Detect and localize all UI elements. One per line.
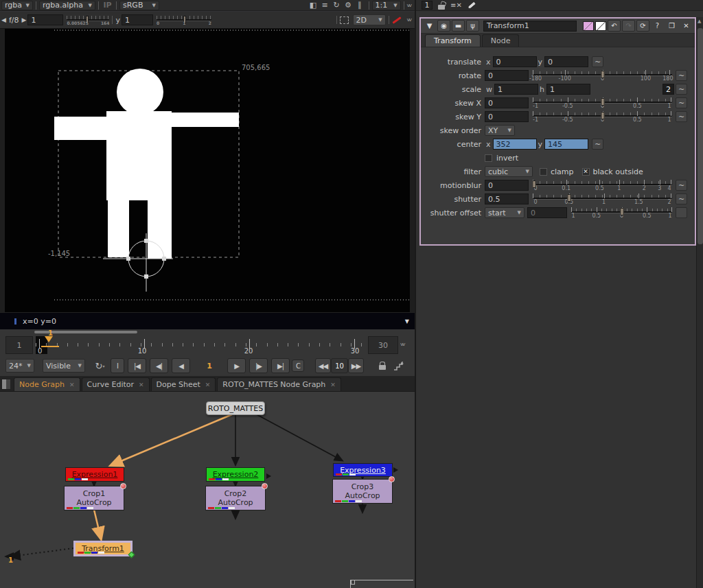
rotate-input[interactable]: 0 bbox=[485, 70, 529, 81]
viewer-canvas[interactable]: 705,665 -1,145 bbox=[0, 29, 415, 312]
wrench-icon[interactable]: ψ bbox=[466, 20, 479, 32]
slider-handle[interactable] bbox=[620, 208, 623, 215]
chevron-down-icon[interactable]: ▼ bbox=[405, 318, 409, 325]
node-crop2[interactable]: Crop2 AutoCrop bbox=[205, 486, 266, 510]
close-icon[interactable]: ✕ bbox=[205, 381, 211, 388]
gamma-slider[interactable]: 0 1 2 bbox=[157, 14, 211, 25]
slider-handle[interactable] bbox=[601, 98, 604, 106]
frame-increment-input[interactable]: 10 bbox=[331, 358, 348, 373]
close-icon[interactable]: ✕ bbox=[69, 381, 75, 388]
timeline-display-icon[interactable] bbox=[393, 361, 405, 371]
frame-ruler[interactable]: 0 10 20 30 1 bbox=[36, 336, 365, 354]
animation-curve-button[interactable]: ~ bbox=[676, 193, 687, 204]
center-y-input[interactable]: 145 bbox=[544, 139, 588, 150]
goto-start-button[interactable]: |◀ bbox=[128, 358, 146, 373]
revert-icon[interactable]: ⟳ bbox=[636, 20, 649, 32]
skew-y-slider[interactable]: -1 -0.5 0 0.5 1 bbox=[533, 110, 672, 123]
filter-dropdown[interactable]: cubic▼ bbox=[485, 166, 533, 177]
gl-color-swatch[interactable] bbox=[595, 21, 606, 31]
tab-transform[interactable]: Transform bbox=[425, 34, 481, 47]
scale-h-input[interactable]: 1 bbox=[546, 84, 590, 95]
shutter-offset-dropdown[interactable]: start▼ bbox=[485, 207, 525, 218]
play-button[interactable]: ▶ bbox=[227, 358, 246, 373]
clamp-checkbox[interactable] bbox=[540, 168, 547, 176]
shutter-custom-offset-input[interactable]: 0 bbox=[527, 207, 567, 218]
current-frame-display[interactable]: 1 bbox=[203, 362, 216, 371]
proxy-icon[interactable]: ⚙ bbox=[343, 1, 354, 10]
pause-icon[interactable]: ∥ bbox=[354, 1, 366, 10]
view-mode-dropdown[interactable]: 2D▼ bbox=[353, 14, 386, 25]
jump-back-button[interactable]: ◀◀ bbox=[315, 358, 331, 373]
layers-icon[interactable]: ≡ bbox=[319, 1, 331, 10]
animation-curve-button[interactable]: ~ bbox=[592, 56, 603, 67]
prev-keyframe-button[interactable]: ◀| bbox=[150, 358, 168, 373]
gain-slider[interactable]: 0.005625 164 bbox=[67, 14, 109, 25]
invert-checkbox[interactable] bbox=[485, 154, 492, 162]
node-crop3[interactable]: Crop3 AutoCrop bbox=[332, 479, 393, 504]
animation-curve-button[interactable]: ~ bbox=[676, 84, 687, 95]
shutter-offset-slider[interactable]: 1 0.5 0 0.5 1 bbox=[571, 207, 672, 219]
node-crop1[interactable]: Crop1 AutoCrop bbox=[64, 486, 124, 510]
gamma-input[interactable]: 1 bbox=[122, 14, 153, 25]
step-back-button[interactable]: ◀ bbox=[172, 358, 190, 373]
slider-handle[interactable] bbox=[601, 112, 604, 119]
node-expression1[interactable]: Expression1 bbox=[65, 467, 124, 482]
scrollbar-thumb[interactable] bbox=[698, 28, 703, 244]
jump-forward-button[interactable]: ▶▶ bbox=[348, 358, 364, 373]
scale-split-button[interactable]: 2 bbox=[662, 84, 674, 95]
node-graph[interactable]: ROTO_MATTES Expression1 Crop1 AutoCrop E… bbox=[0, 392, 415, 588]
timeline-options-chevrons[interactable]: vv bbox=[400, 342, 404, 347]
playback-mode-icon[interactable]: ↻▾ bbox=[94, 361, 106, 371]
close-all-panels-icon[interactable]: ≡✕ bbox=[450, 1, 462, 9]
skew-y-input[interactable]: 0 bbox=[485, 111, 529, 122]
gain-next-icon[interactable]: ▶ bbox=[21, 16, 28, 23]
wipe-icon[interactable]: ◧ bbox=[308, 1, 319, 10]
center-x-input[interactable]: 352 bbox=[493, 139, 537, 150]
scale-w-input[interactable]: 1 bbox=[494, 84, 538, 95]
animation-curve-button[interactable]: ~ bbox=[592, 139, 603, 150]
max-panels-input[interactable]: 1 bbox=[422, 1, 433, 10]
next-keyframe-button[interactable]: |▶ bbox=[249, 358, 268, 373]
input-range-button[interactable]: I bbox=[111, 358, 124, 373]
unlock-icon[interactable] bbox=[438, 5, 445, 10]
views-dropdown[interactable]: Visible▼ bbox=[43, 359, 85, 373]
animation-curve-button[interactable]: ~ bbox=[676, 97, 687, 108]
goto-end-button[interactable]: ▶| bbox=[271, 358, 290, 373]
skew-x-input[interactable]: 0 bbox=[485, 97, 529, 108]
range-end-box[interactable]: 30 bbox=[368, 336, 398, 354]
tab-curve-editor[interactable]: Curve Editor✕ bbox=[82, 377, 150, 391]
mask-icon[interactable]: ▬ bbox=[452, 20, 465, 32]
range-start-box[interactable]: 1 bbox=[5, 336, 33, 354]
slider-handle[interactable] bbox=[601, 71, 604, 78]
gain-input[interactable]: 1 bbox=[27, 14, 63, 25]
animation-curve-button[interactable]: ~ bbox=[676, 70, 687, 81]
input-process-toggle[interactable]: IP bbox=[102, 1, 113, 10]
rotate-slider[interactable]: -180 -100 0 100 180 bbox=[533, 69, 672, 82]
float-panel-icon[interactable]: ❐ bbox=[665, 20, 678, 32]
annotation-pen-icon[interactable] bbox=[392, 16, 401, 23]
colorspace-dropdown[interactable]: sRGB▼ bbox=[119, 1, 159, 10]
node-expression3[interactable]: Expression3 bbox=[333, 463, 393, 477]
close-icon[interactable]: ✕ bbox=[139, 381, 144, 388]
slider-handle[interactable] bbox=[567, 194, 571, 202]
close-panel-icon[interactable]: ✕ bbox=[680, 20, 693, 32]
node-transform1[interactable]: Transform1 bbox=[73, 541, 132, 556]
refresh-icon[interactable]: ↻ bbox=[331, 1, 343, 10]
tab-roto-mattes-node-graph[interactable]: ROTO_MATTES Node Graph✕ bbox=[217, 377, 341, 391]
black-outside-checkbox[interactable]: ✕ bbox=[582, 168, 590, 176]
shutter-slider[interactable]: 0 0.5 1 1.5 2 bbox=[533, 193, 672, 205]
vertical-scrollbar[interactable]: ▲ bbox=[696, 17, 703, 588]
lock-range-icon[interactable] bbox=[379, 365, 386, 370]
scroll-up-icon[interactable]: ▲ bbox=[698, 19, 701, 24]
tab-node-graph[interactable]: Node Graph✕ bbox=[14, 377, 80, 391]
translate-y-input[interactable]: 0 bbox=[544, 56, 588, 67]
motionblur-input[interactable]: 0 bbox=[485, 180, 529, 191]
tab-node[interactable]: Node bbox=[482, 34, 520, 47]
skew-x-slider[interactable]: -1 -0.5 0 0.5 1 bbox=[533, 97, 672, 109]
gain-prev-icon[interactable]: ◀ bbox=[0, 16, 8, 23]
slider-handle[interactable] bbox=[533, 180, 536, 188]
translate-x-input[interactable]: 0 bbox=[493, 56, 537, 67]
undo-icon[interactable]: ↶ bbox=[608, 20, 621, 32]
node-name-input[interactable]: Transform1 bbox=[483, 21, 577, 32]
help-button[interactable]: ? bbox=[651, 20, 664, 32]
